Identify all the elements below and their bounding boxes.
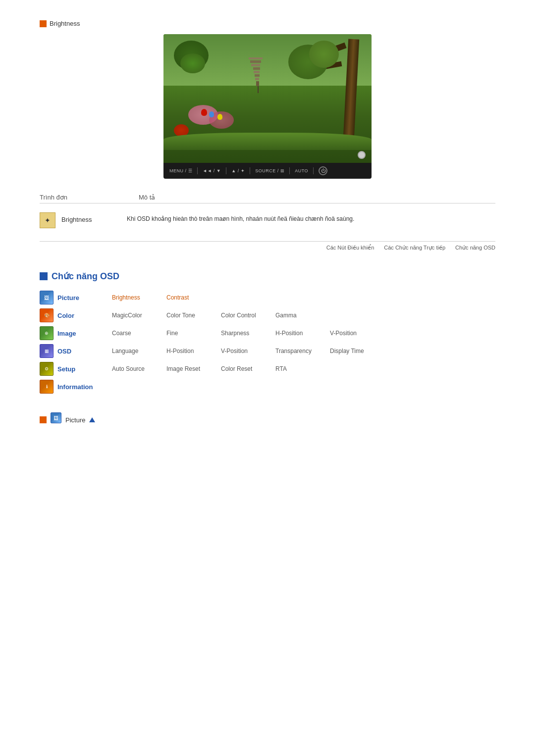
foliage-2: [180, 53, 205, 73]
osd-sub-colorreset[interactable]: Color Reset: [221, 362, 270, 376]
osd-sub-transparency[interactable]: Transparency: [275, 344, 325, 358]
picture-section-bottom: 🖼 Picture: [40, 412, 495, 427]
balloon-yellow: [217, 114, 222, 120]
ground-bg: [163, 86, 372, 163]
osd-sub-empty-setup: [330, 362, 379, 376]
ctrl-divider-3: [250, 167, 250, 174]
osd-main-image[interactable]: Image: [57, 326, 112, 340]
osd-sub-empty-pic3: [330, 291, 379, 304]
osd-sub-coarse[interactable]: Coarse: [112, 326, 161, 340]
icon-setup: ⚙: [40, 362, 54, 376]
osd-main-col: Picture Color Image OSD Setup Informatio…: [57, 291, 112, 398]
nav-link-direct[interactable]: Các Chức năng Trực tiếp: [384, 245, 445, 251]
foliage-4: [309, 41, 339, 68]
osd-sub-language[interactable]: Language: [112, 344, 161, 358]
osd-sub-rta[interactable]: RTA: [275, 362, 325, 376]
monitor-stand: MENU / ☰ ◄◄ / ▼ ▲ / ✦ SOURCE / ⊞ AUTO ⏻: [163, 163, 372, 179]
osd-sub-empty-pic: [221, 291, 270, 304]
osd-sub-displaytime[interactable]: Display Time: [330, 344, 379, 358]
nav-links: Các Nút Điều khiển Các Chức năng Trực ti…: [40, 241, 495, 251]
ctrl-divider-2: [226, 167, 226, 174]
bush-bottom: [163, 133, 372, 150]
ctrl-divider-4: [289, 167, 290, 174]
desc-col1-header: Trình đơn: [40, 194, 139, 201]
icon-info: ℹ: [40, 380, 54, 394]
osd-sub-info-empty5: [330, 380, 379, 394]
osd-main-setup[interactable]: Setup: [57, 362, 112, 376]
monitor-controls: MENU / ☰ ◄◄ / ▼ ▲ / ✦ SOURCE / ⊞ AUTO ⏻: [169, 166, 327, 175]
osd-sub-autosource[interactable]: Auto Source: [112, 362, 161, 376]
triangle-ctrl-label: ▲ / ✦: [231, 168, 245, 173]
osd-main-color[interactable]: Color: [57, 308, 112, 322]
icon-osd: ▦: [40, 344, 54, 358]
brightness-item-name: Brightness: [61, 212, 121, 223]
osd-sub-col-2: Contrast Color Tone Fine H-Position Imag…: [166, 291, 216, 398]
icon-color: 🎨: [40, 308, 54, 322]
auto-ctrl-label: AUTO: [295, 168, 308, 173]
brightness-icon-square: [40, 20, 47, 27]
balloon-red: [201, 109, 207, 116]
power-indicator-screen: [358, 151, 366, 159]
osd-sub-imagereset[interactable]: Image Reset: [166, 362, 216, 376]
brightness-desc-icon: ✦: [40, 212, 55, 228]
nav-link-osd[interactable]: Chức năng OSD: [455, 245, 495, 251]
osd-sub-col-4: Gamma H-Position Transparency RTA: [275, 291, 325, 398]
ctrl-divider-1: [197, 167, 198, 174]
desc-row-brightness: ✦ Brightness Khi OSD khoảng hieàn thò tr…: [40, 209, 495, 231]
monitor-container: MENU / ☰ ◄◄ / ▼ ▲ / ✦ SOURCE / ⊞ AUTO ⏻: [163, 34, 372, 179]
osd-sub-fine[interactable]: Fine: [166, 326, 216, 340]
osd-sub-info-empty2: [166, 380, 216, 394]
icon-picture: 🖼: [40, 291, 54, 304]
brightness-item-desc: Khi OSD khoảng hieàn thò treân maøn hình…: [127, 212, 495, 223]
osd-sub-brightness[interactable]: Brightness: [112, 291, 161, 304]
icon-image: ⊕: [40, 326, 54, 340]
osd-sub-col-3: Color Control Sharpness V-Position Color…: [221, 291, 270, 398]
osd-sub-hpos-osd[interactable]: H-Position: [166, 344, 216, 358]
brightness-title: Brightness: [40, 20, 495, 27]
osd-sub-magiccolor[interactable]: MagicColor: [112, 308, 161, 322]
source-ctrl-label: SOURCE / ⊞: [255, 168, 284, 173]
desc-col2-header: Mô tả: [139, 194, 495, 201]
picture-bottom-title: Picture: [65, 416, 85, 424]
brightness-label: Brightness: [50, 20, 80, 27]
osd-sub-info-empty4: [275, 380, 325, 394]
osd-sub-gamma[interactable]: Gamma: [275, 308, 325, 322]
osd-table: 🖼 🎨 ⊕ ▦ ⚙ ℹ Picture Color Image OSD Setu…: [40, 291, 495, 398]
description-table: Trình đơn Mô tả ✦ Brightness Khi OSD kho…: [40, 194, 495, 231]
adjust-ctrl-label: ◄◄ / ▼: [203, 168, 221, 173]
osd-icons-col: 🖼 🎨 ⊕ ▦ ⚙ ℹ: [40, 291, 57, 398]
nav-link-controls[interactable]: Các Nút Điều khiển: [326, 245, 374, 251]
picture-bottom-icon: 🖼: [51, 412, 61, 423]
osd-section: Chức năng OSD 🖼 🎨 ⊕ ▦ ⚙ ℹ Picture Color …: [40, 271, 495, 398]
picture-bottom-icon-square: [40, 416, 47, 423]
osd-sub-vpos-osd[interactable]: V-Position: [221, 344, 270, 358]
osd-sub-colortone[interactable]: Color Tone: [166, 308, 216, 322]
osd-sub-col-5: V-Position Display Time: [330, 291, 379, 398]
balloon-blue: [209, 111, 214, 117]
osd-title-label: Chức năng OSD: [52, 271, 119, 282]
osd-main-picture[interactable]: Picture: [57, 291, 112, 304]
osd-main-osd[interactable]: OSD: [57, 344, 112, 358]
osd-sub-info-empty3: [221, 380, 270, 394]
desc-header: Trình đơn Mô tả: [40, 194, 495, 203]
menu-ctrl-label: MENU / ☰: [169, 168, 192, 173]
osd-main-information[interactable]: Information: [57, 380, 112, 394]
osd-sub-colorcontrol[interactable]: Color Control: [221, 308, 270, 322]
osd-sub-empty-pic2: [275, 291, 325, 304]
monitor-screen: [163, 34, 372, 163]
pagoda: [251, 57, 261, 97]
osd-sub-contrast[interactable]: Contrast: [166, 291, 216, 304]
brightness-section: Brightness: [40, 20, 495, 179]
power-button[interactable]: ⏻: [319, 166, 327, 175]
osd-sub-cols: Brightness MagicColor Coarse Language Au…: [112, 291, 495, 398]
osd-sub-hpos-img[interactable]: H-Position: [275, 326, 325, 340]
nature-scene: [163, 34, 372, 163]
osd-sub-vpos-img[interactable]: V-Position: [330, 326, 379, 340]
picture-up-triangle: [89, 417, 95, 422]
osd-sub-empty-color: [330, 308, 379, 322]
osd-sub-info-empty: [112, 380, 161, 394]
osd-sub-col-1: Brightness MagicColor Coarse Language Au…: [112, 291, 161, 398]
osd-title-icon: [40, 272, 48, 280]
osd-sub-sharpness[interactable]: Sharpness: [221, 326, 270, 340]
osd-section-title: Chức năng OSD: [40, 271, 495, 282]
